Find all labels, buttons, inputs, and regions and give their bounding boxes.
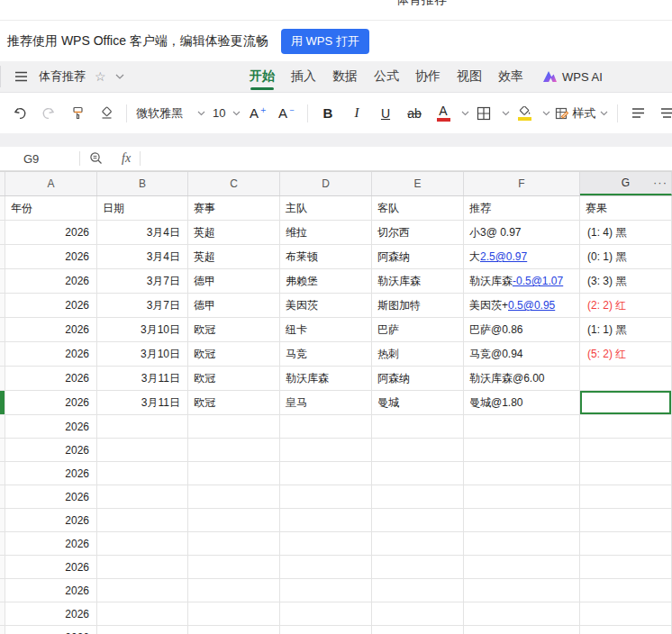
empty-cell[interactable]	[188, 532, 280, 555]
cell-tip[interactable]: 勒沃库森@6.00	[464, 367, 580, 390]
cell-away[interactable]: 阿森纳	[372, 367, 464, 390]
cell-year[interactable]: 2026	[5, 391, 97, 414]
cell-away[interactable]: 勒沃库森	[372, 269, 464, 293]
empty-cell[interactable]	[580, 462, 672, 485]
decrease-font-size-button[interactable]: A－	[277, 101, 298, 126]
cell-result[interactable]: (1: 4) 黑	[580, 221, 672, 244]
empty-cell[interactable]	[280, 509, 372, 531]
ribbon-tab-6[interactable]: 效率	[498, 61, 523, 93]
cell-result[interactable]: (0: 1) 黑	[580, 245, 672, 268]
empty-cell[interactable]	[372, 415, 464, 438]
borders-button[interactable]	[473, 101, 495, 126]
strikethrough-button[interactable]: ab	[404, 101, 425, 126]
selected-cell[interactable]	[580, 391, 672, 414]
empty-cell[interactable]	[280, 532, 372, 555]
empty-cell[interactable]	[464, 439, 580, 461]
cell-year[interactable]: 2026	[5, 485, 97, 508]
empty-cell[interactable]	[188, 415, 280, 438]
cell-home[interactable]: 美因茨	[280, 294, 372, 317]
ribbon-tab-2[interactable]: 数据	[332, 61, 358, 93]
column-header-B[interactable]: B	[97, 172, 188, 195]
ribbon-tab-1[interactable]: 插入	[291, 61, 316, 93]
empty-cell[interactable]	[464, 626, 580, 634]
ribbon-tab-0[interactable]: 开始	[250, 61, 275, 93]
cell-year[interactable]: 2026	[5, 367, 97, 390]
tip-link[interactable]: -0.5@1.07	[513, 275, 563, 287]
cell-tip[interactable]: 马竞@0.94	[464, 342, 580, 366]
empty-cell[interactable]	[464, 485, 580, 508]
header-cell[interactable]: 日期	[97, 196, 188, 220]
cell-away[interactable]: 热刺	[372, 342, 464, 366]
empty-cell[interactable]	[97, 626, 188, 634]
cell-year[interactable]: 2026	[5, 626, 97, 634]
undo-button[interactable]	[9, 101, 31, 126]
empty-cell[interactable]	[280, 439, 372, 461]
title-chevron-down-icon[interactable]	[115, 74, 124, 79]
empty-cell[interactable]	[580, 602, 672, 625]
empty-cell[interactable]	[464, 602, 580, 625]
empty-cell[interactable]	[580, 509, 672, 531]
more-columns-button[interactable]: ···	[653, 176, 667, 189]
empty-cell[interactable]	[97, 579, 188, 602]
empty-cell[interactable]	[280, 485, 372, 508]
empty-cell[interactable]	[280, 556, 372, 578]
empty-cell[interactable]	[580, 439, 672, 461]
ribbon-tab-3[interactable]: 公式	[374, 61, 399, 93]
cell-year[interactable]: 2026	[5, 294, 97, 317]
cell-year[interactable]: 2026	[5, 509, 97, 531]
empty-cell[interactable]	[464, 509, 580, 531]
cell-result[interactable]: (1: 1) 黑	[580, 318, 672, 341]
cell-league[interactable]: 欧冠	[188, 391, 280, 414]
cell-result[interactable]: (3: 3) 黑	[580, 269, 672, 293]
tip-link[interactable]: 2.5@0.97	[480, 250, 527, 263]
header-cell[interactable]: 赛果	[580, 196, 672, 220]
empty-cell[interactable]	[372, 439, 464, 461]
cell-year[interactable]: 2026	[5, 221, 97, 244]
empty-cell[interactable]	[580, 556, 672, 578]
ribbon-tab-4[interactable]: 协作	[415, 61, 440, 93]
cell-away[interactable]: 巴萨	[372, 318, 464, 341]
cell-date[interactable]: 3月11日	[97, 367, 188, 390]
header-cell[interactable]: 推荐	[464, 196, 580, 220]
cell-away[interactable]: 斯图加特	[372, 294, 464, 317]
cell-date[interactable]: 3月11日	[97, 391, 188, 414]
empty-cell[interactable]	[372, 602, 464, 625]
empty-cell[interactable]	[580, 415, 672, 438]
cell-tip[interactable]: 大2.5@0.97	[464, 245, 580, 268]
cell-away[interactable]: 切尔西	[372, 221, 464, 244]
cell-year[interactable]: 2026	[5, 245, 97, 268]
cell-result[interactable]: (5: 2) 红	[580, 342, 672, 366]
tip-link[interactable]: 0.5@0.95	[508, 299, 555, 312]
cell-year[interactable]: 2026	[5, 439, 97, 461]
header-cell[interactable]: 客队	[372, 196, 464, 220]
cell-year[interactable]: 2026	[5, 462, 97, 485]
cell-date[interactable]: 3月10日	[97, 342, 188, 366]
empty-cell[interactable]	[464, 462, 580, 485]
search-icon[interactable]	[89, 151, 104, 166]
header-cell[interactable]: 主队	[280, 196, 372, 220]
empty-cell[interactable]	[372, 509, 464, 531]
empty-cell[interactable]	[372, 626, 464, 634]
cell-result[interactable]: (2: 2) 红	[580, 294, 672, 317]
cell-year[interactable]: 2026	[5, 579, 97, 602]
empty-cell[interactable]	[97, 485, 188, 508]
cell-tip[interactable]: 曼城@1.80	[464, 391, 580, 414]
empty-cell[interactable]	[97, 509, 188, 531]
empty-cell[interactable]	[372, 532, 464, 555]
cell-tip[interactable]: 勒沃库森-0.5@1.07	[464, 269, 580, 293]
cell-league[interactable]: 德甲	[188, 294, 280, 317]
hamburger-menu-icon[interactable]	[14, 71, 28, 82]
empty-cell[interactable]	[97, 602, 188, 625]
font-size-select[interactable]: 10	[213, 106, 241, 120]
cell-date[interactable]: 3月10日	[97, 318, 188, 341]
empty-cell[interactable]	[580, 579, 672, 602]
empty-cell[interactable]	[372, 556, 464, 578]
cell-home[interactable]: 弗赖堡	[280, 269, 372, 293]
empty-cell[interactable]	[188, 509, 280, 531]
cell-date[interactable]: 3月7日	[97, 294, 188, 317]
column-header-A[interactable]: A	[5, 172, 97, 195]
empty-cell[interactable]	[580, 485, 672, 508]
empty-cell[interactable]	[188, 556, 280, 578]
cell-year[interactable]: 2026	[5, 269, 97, 293]
cell-styles-button[interactable]: 样式	[554, 101, 608, 126]
